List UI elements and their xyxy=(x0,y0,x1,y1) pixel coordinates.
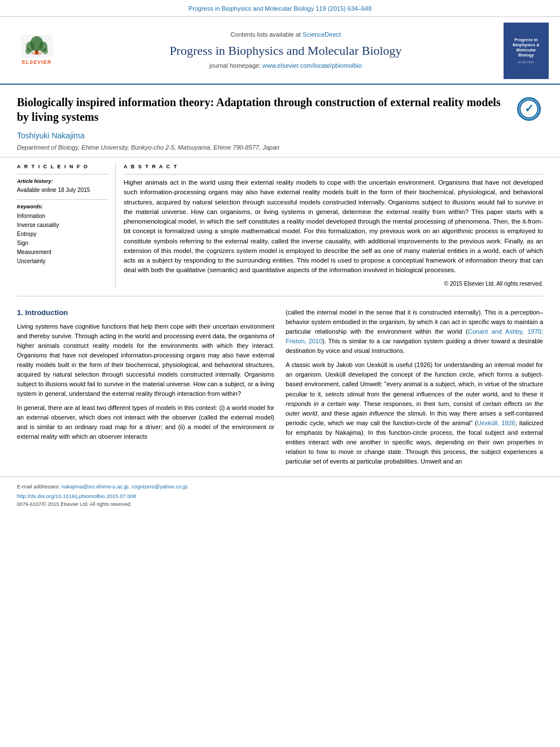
author-affiliation: Department of Biology, Ehime University,… xyxy=(17,143,543,152)
journal-reference-text: Progress in Biophysics and Molecular Bio… xyxy=(189,5,372,12)
keyword-6: Uncertainty xyxy=(17,257,108,266)
journal-homepage-line: journal homepage: www.elsevier.com/locat… xyxy=(73,62,498,71)
intro-para-3: (called the internal model in the sense … xyxy=(286,308,543,356)
article-history-block: Article history: Available online 18 Jul… xyxy=(17,178,108,195)
abstract-text: Higher animals act in the world using th… xyxy=(124,178,543,276)
journal-cover-thumbnail: Progress inBiophysics &MolecularBiology … xyxy=(504,23,549,79)
article-available-date: Available online 18 July 2015 xyxy=(17,186,108,195)
article-info-heading: A R T I C L E I N F O xyxy=(17,163,108,171)
journal-header: ELSEVIER Contents lists available at Sci… xyxy=(0,17,560,85)
email-link-1[interactable]: nakajima@sci.ehime-u.ac.jp xyxy=(62,483,129,490)
footer: E-mail addresses: nakajima@sci.ehime-u.a… xyxy=(0,477,560,513)
svg-point-7 xyxy=(31,52,42,55)
article-title: Biologically inspired information theory… xyxy=(17,95,504,124)
divider-1 xyxy=(17,174,108,174)
contents-available-line: Contents lists available at ScienceDirec… xyxy=(73,30,498,40)
article-title-row: Biologically inspired information theory… xyxy=(17,95,543,124)
crossmark-icon: ✓ xyxy=(517,97,541,121)
intro-right-column: (called the internal model in the sense … xyxy=(286,308,543,471)
conant-ashby-ref[interactable]: Conant and Ashby, 1970; Friston, 2010 xyxy=(286,328,543,344)
elsevier-logo-area: ELSEVIER xyxy=(11,34,73,68)
introduction-section: 1. Introduction Living systems have cogn… xyxy=(0,296,560,471)
issn-line: 0079-6107/© 2015 Elsevier Ltd. All right… xyxy=(17,501,543,508)
intro-para-1: Living systems have cognitive functions … xyxy=(17,322,274,399)
elsevier-wordmark: ELSEVIER xyxy=(22,59,52,66)
author-name: Toshiyuki Nakajima xyxy=(17,130,543,141)
elsevier-logo: ELSEVIER xyxy=(11,34,62,68)
journal-header-center: Contents lists available at ScienceDirec… xyxy=(73,30,498,71)
abstract-column: A B S T R A C T Higher animals act in th… xyxy=(124,163,543,288)
keyword-1: Information xyxy=(17,212,108,221)
intro-para-4: A classic work by Jakob von Uexküll is u… xyxy=(286,360,543,466)
keyword-5: Measurement xyxy=(17,248,108,257)
email-footnote: E-mail addresses: nakajima@sci.ehime-u.a… xyxy=(17,483,543,491)
abstract-divider xyxy=(124,174,543,174)
intro-para-2: In general, there are at least two diffe… xyxy=(17,403,274,442)
article-info-column: A R T I C L E I N F O Article history: A… xyxy=(17,163,116,288)
abstract-heading: A B S T R A C T xyxy=(124,163,543,171)
elsevier-tree-icon xyxy=(20,35,54,58)
keywords-label: Keywords: xyxy=(17,203,108,211)
doi-line: http://dx.doi.org/10.1016/j.pbiomolbio.2… xyxy=(17,492,543,500)
journal-homepage-link[interactable]: www.elsevier.com/locate/pbiomolbio xyxy=(262,62,362,69)
email-link-2[interactable]: cognizers@yahoo.co.jp xyxy=(132,483,187,490)
science-direct-link[interactable]: ScienceDirect xyxy=(303,31,341,38)
keyword-4: Sign xyxy=(17,239,108,248)
journal-reference-bar: Progress in Biophysics and Molecular Bio… xyxy=(0,0,560,17)
article-history-label: Article history: xyxy=(17,178,108,185)
intro-left-column: 1. Introduction Living systems have cogn… xyxy=(17,308,274,471)
article-header: Biologically inspired information theory… xyxy=(0,85,560,158)
journal-thumbnail-area: Progress inBiophysics &MolecularBiology … xyxy=(498,23,549,79)
doi-link[interactable]: http://dx.doi.org/10.1016/j.pbiomolbio.2… xyxy=(17,493,136,499)
divider-2 xyxy=(17,199,108,200)
journal-title: Progress in Biophysics and Molecular Bio… xyxy=(73,42,498,60)
thumb-journal-title: Progress inBiophysics &MolecularBiology xyxy=(513,37,540,58)
svg-point-6 xyxy=(42,48,48,54)
keywords-block: Keywords: Information Inverse causality … xyxy=(17,203,108,266)
svg-text:✓: ✓ xyxy=(524,102,534,115)
keyword-2: Inverse causality xyxy=(17,221,108,230)
keywords-list: Information Inverse causality Entropy Si… xyxy=(17,212,108,266)
svg-point-5 xyxy=(25,48,31,54)
article-info-abstract: A R T I C L E I N F O Article history: A… xyxy=(0,158,560,288)
copyright-line: © 2015 Elsevier Ltd. All rights reserved… xyxy=(124,280,543,289)
intro-section-title: 1. Introduction xyxy=(17,308,274,318)
thumb-subtitle: ELSEVIER xyxy=(518,60,534,65)
page: Progress in Biophysics and Molecular Bio… xyxy=(0,0,560,747)
keyword-3: Entropy xyxy=(17,230,108,239)
uexkull-ref[interactable]: Uexküll, 1926 xyxy=(477,420,515,426)
crossmark-badge[interactable]: ✓ xyxy=(515,95,543,123)
